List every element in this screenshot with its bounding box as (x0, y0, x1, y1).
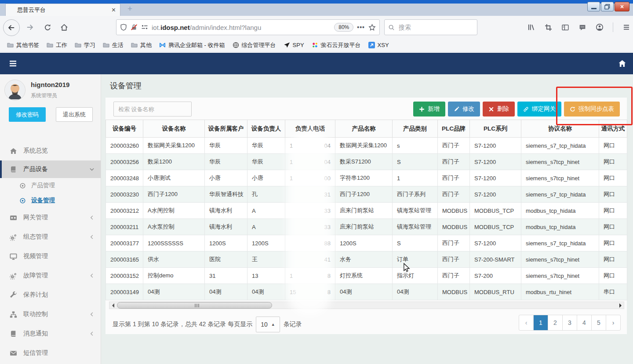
window-minimize-button[interactable] (587, 2, 600, 11)
table-cell: modbus_tcp_hidata (521, 203, 599, 219)
sidebar-item-label: 消息通知 (23, 330, 83, 338)
browser-search-box[interactable] (384, 19, 477, 35)
table-cell: 西门子 (438, 138, 470, 154)
forward-icon (26, 23, 34, 31)
tracking-protection-shield-icon[interactable] (120, 24, 127, 31)
sidebar-item-configuration-management[interactable]: 组态管理 (0, 227, 101, 247)
table-row[interactable]: 20000314904测04测04测15804测04测MODBUSMODBUS_… (106, 284, 627, 300)
app-navbar (0, 53, 633, 74)
table-cell: 网口 (599, 138, 627, 154)
page-button-›[interactable]: › (606, 315, 620, 330)
table-cell: S7-1200 (470, 138, 521, 154)
table-row[interactable]: 2000031771200SSSSSS1200S1200S881200SS西门子… (106, 235, 627, 251)
sidebar-toggle-icon[interactable] (9, 60, 17, 67)
scroll-left-arrow[interactable] (109, 302, 116, 309)
table-row[interactable]: 200003256数采1200华辰华辰104数采S71200S西门子S7-120… (106, 154, 627, 170)
sidebars-icon[interactable] (561, 24, 569, 31)
table-cell: 200003177 (106, 235, 143, 251)
table-row[interactable]: 200003260数据网关采集1200华辰华辰104数据网关采集1200s西门子… (106, 138, 627, 154)
device-search-input[interactable] (113, 102, 192, 116)
back-button[interactable] (3, 19, 20, 36)
table-cell: 数采S71200 (335, 154, 393, 170)
window-close-button[interactable]: × (615, 2, 629, 11)
bookmark-item[interactable]: SPY (284, 42, 304, 48)
sidebar-item-sms-management[interactable]: 短信管理 (0, 343, 101, 363)
sidebar-subitem-product-management[interactable]: 产品管理 (0, 178, 101, 193)
wrench-icon (10, 291, 17, 299)
browser-tab[interactable]: 思普云平台 × (5, 4, 120, 16)
table-cell: 200003260 (106, 138, 143, 154)
scrollbar-grip-icon (195, 304, 199, 307)
change-password-button[interactable]: 修改密码 (9, 107, 46, 122)
messenger-icon[interactable] (578, 24, 586, 31)
horizontal-scrollbar[interactable] (109, 302, 624, 309)
phone-redaction-blur (287, 131, 332, 316)
sidebar-subitem-device-management[interactable]: 设备管理 (0, 193, 101, 208)
table-cell: A水闸控制 (143, 203, 205, 219)
app-menu-icon[interactable] (622, 24, 630, 31)
bookmark-item[interactable]: 腾讯企业邮箱 - 收件箱 (159, 41, 225, 49)
sidebar-item-maintenance-plan[interactable]: 保养计划 (0, 285, 101, 305)
url-text: iot.idosp.net/admin/index.html?langu (152, 24, 331, 31)
table-cell: S (393, 235, 438, 251)
page-button-4[interactable]: 4 (577, 315, 591, 330)
scroll-right-arrow[interactable] (617, 302, 624, 309)
table-row[interactable]: 200003248小唐测试小唐小唐100字符串12001西门子S7-1200si… (106, 170, 627, 186)
delete-button[interactable]: 删除 (483, 102, 515, 116)
table-cell: 04测 (205, 284, 247, 300)
sidebar-item-product-device[interactable]: 产品设备 (0, 160, 101, 178)
scrollbar-thumb[interactable] (117, 302, 272, 309)
forward-button[interactable] (22, 19, 38, 35)
home-button[interactable] (56, 19, 72, 35)
bookmark-item[interactable]: 学习 (75, 41, 95, 49)
bookmark-star-icon[interactable] (368, 24, 376, 31)
sidebar-item-linkage-control[interactable]: 联动控制 (0, 305, 101, 324)
page-size-dropdown[interactable]: 10▲ (256, 317, 280, 332)
bookmark-item[interactable]: 综合管理平台 (233, 41, 276, 49)
sidebar-item-message-notification[interactable]: 消息通知 (0, 324, 101, 343)
table-row[interactable]: 200003211A水泵控制镇海水利A33庶来门前泵站镇海泵站管理MODBUSM… (106, 219, 627, 235)
page-button-2[interactable]: 2 (548, 315, 562, 330)
sidebar-item-fault-management[interactable]: 故障管理 (0, 266, 101, 285)
bookmark-item[interactable]: XSY (368, 42, 389, 48)
bind-gateway-button[interactable]: 绑定网关 (517, 102, 561, 116)
home-icon (10, 147, 17, 155)
zoom-level-badge[interactable]: 80% (334, 23, 353, 32)
logout-button[interactable]: 退出系统 (56, 107, 93, 122)
new-tab-button[interactable]: + (127, 4, 132, 14)
sidebar-item-gateway-management[interactable]: 网关管理 (0, 208, 101, 227)
page-actions-icon[interactable]: ••• (357, 24, 365, 31)
table-row[interactable]: 200003152控制demo311318灯控系统指示灯西门子S7-200sie… (106, 268, 627, 284)
window-restore-button[interactable] (601, 2, 614, 11)
sidebar-item-video-management[interactable]: 视频管理 (0, 247, 101, 266)
table-row[interactable]: 200003212A水闸控制镇海水利A33庶来门前泵站镇海泵站管理MODBUSM… (106, 203, 627, 219)
page-button-‹[interactable]: ‹ (519, 315, 533, 330)
page-button-5[interactable]: 5 (591, 315, 606, 330)
sidebar-item-system-overview[interactable]: 系统总览 (0, 141, 101, 160)
bookmark-item[interactable]: 其他书签 (7, 41, 39, 49)
bookmark-item[interactable]: 工作 (47, 41, 67, 49)
table-cell: 西门子 (438, 170, 470, 186)
insecure-lock-icon[interactable] (131, 24, 138, 31)
app-home-icon[interactable] (618, 59, 626, 67)
add-button[interactable]: 新增 (413, 102, 445, 116)
table-row[interactable]: 200003230西门子1200华辰智通科技孔31西门子1200西门子系列西门子… (106, 186, 627, 203)
bookmark-item[interactable]: 生活 (103, 41, 124, 49)
url-bar[interactable]: iot.idosp.net/admin/index.html?langu 80%… (116, 19, 380, 35)
screenshot-icon[interactable] (545, 24, 552, 31)
bookmark-item[interactable]: 其他 (131, 41, 152, 49)
table-row[interactable]: 200003165供水医院王41水务订单西门子S7-200-SMARTsieme… (106, 251, 627, 268)
site-permissions-icon[interactable] (141, 24, 148, 31)
table-cell: 孔 (247, 186, 285, 203)
page-button-1[interactable]: 1 (533, 315, 548, 330)
account-icon[interactable] (596, 23, 604, 31)
bookmark-item[interactable]: 萤石云开放平台 (312, 41, 361, 49)
device-table: 设备编号设备名称设备所属客户设备负责人负责人电话产品名称产品类别PLC品牌PLC… (106, 120, 627, 300)
reload-button[interactable] (40, 19, 55, 35)
browser-search-input[interactable] (398, 23, 466, 31)
tab-close-icon[interactable]: × (112, 7, 116, 14)
table-cell: A (247, 219, 285, 235)
library-icon[interactable] (527, 23, 535, 31)
edit-button[interactable]: 修改 (448, 102, 480, 116)
page-button-3[interactable]: 3 (562, 315, 577, 330)
